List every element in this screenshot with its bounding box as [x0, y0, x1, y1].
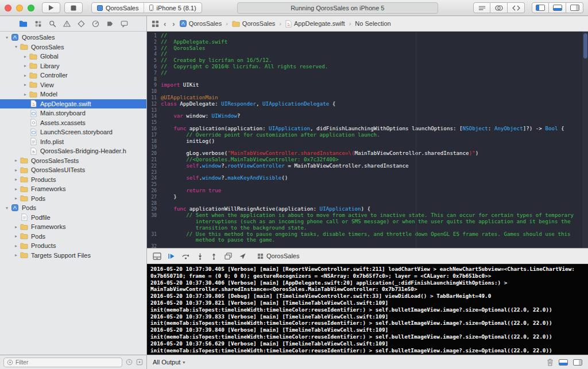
- go-back-button[interactable]: ‹: [162, 20, 168, 28]
- tree-item-library[interactable]: ▸Library: [0, 61, 146, 71]
- disclosure-triangle[interactable]: ▸: [13, 168, 20, 173]
- view-debugger-button[interactable]: [224, 253, 233, 260]
- step-over-button[interactable]: [181, 253, 190, 260]
- disclosure-triangle[interactable]: ▸: [13, 224, 20, 230]
- console-output[interactable]: 2016-05-20 10:37:30.405 [Verbose] [main]…: [147, 264, 588, 355]
- show-recent-files-button[interactable]: [126, 359, 133, 366]
- disclosure-triangle[interactable]: ▸: [13, 234, 20, 239]
- tree-item-frameworks[interactable]: ▸Frameworks: [0, 184, 146, 194]
- disclosure-triangle[interactable]: ▸: [22, 92, 29, 97]
- tree-item-qorossales[interactable]: ▾QorosSales: [0, 33, 146, 42]
- project-navigator-icon: [19, 20, 28, 28]
- location-button[interactable]: [239, 253, 246, 260]
- step-out-button[interactable]: [210, 253, 218, 260]
- tree-item-launchscreen-storyboard[interactable]: LaunchScreen.storyboard: [0, 127, 146, 137]
- tree-item-products[interactable]: ▸Products: [0, 175, 146, 185]
- hide-console-icon: [153, 253, 161, 260]
- hide-console-button[interactable]: [153, 253, 161, 260]
- line-number: 21: [147, 157, 161, 163]
- toolbar: QorosSales iPhone 5 (8.1) Running QorosS…: [0, 0, 588, 16]
- output-scope-dropdown[interactable]: All Output ▾: [153, 359, 185, 366]
- disclosure-triangle[interactable]: ▸: [13, 187, 20, 192]
- search-navigator-button[interactable]: [49, 20, 56, 28]
- symbol-navigator-button[interactable]: [34, 20, 42, 28]
- disclosure-triangle[interactable]: ▸: [22, 63, 29, 68]
- issue-navigator-button[interactable]: [63, 20, 71, 28]
- editor-scrollbar-thumb[interactable]: [583, 33, 587, 59]
- line-number: 24: [147, 175, 161, 181]
- minimize-window-button[interactable]: [16, 5, 23, 11]
- assistant-editor-button[interactable]: [490, 2, 508, 13]
- related-items-icon[interactable]: [152, 20, 159, 28]
- report-navigator-button[interactable]: [121, 20, 128, 28]
- tree-item-qorossalestests[interactable]: ▸QorosSalesTests: [0, 156, 146, 166]
- show-scm-status-button[interactable]: [136, 359, 143, 366]
- editor-scrollbar[interactable]: [582, 32, 588, 248]
- toggle-navigator-button[interactable]: [532, 2, 549, 13]
- debug-process-chip[interactable]: QorosSales: [257, 253, 299, 259]
- disclosure-triangle[interactable]: ▸: [22, 54, 29, 59]
- tree-item-info-plist[interactable]: Info.plist: [0, 137, 146, 147]
- filter-input[interactable]: [16, 359, 119, 366]
- project-icon: [11, 204, 18, 211]
- zoom-window-button[interactable]: [28, 5, 34, 11]
- tree-item-appdelegate-swift[interactable]: AppDelegate.swift: [0, 99, 146, 109]
- tree-item-qorossales-bridging-header-h[interactable]: hQorosSales-Bridging-Header.h: [0, 146, 146, 156]
- tree-item-frameworks[interactable]: ▸Frameworks: [0, 222, 146, 232]
- version-editor-button[interactable]: [508, 2, 525, 13]
- tree-item-targets-support-files[interactable]: ▸Targets Support Files: [0, 251, 146, 261]
- breakpoint-navigator-button[interactable]: [106, 20, 114, 28]
- tree-item-view[interactable]: ▸View: [0, 80, 146, 90]
- disclosure-triangle[interactable]: ▸: [22, 82, 29, 87]
- project-navigator-button[interactable]: [19, 20, 28, 28]
- source-editor[interactable]: 1//2// AppDelegate.swift3// QorosSales4/…: [147, 32, 588, 248]
- disclosure-triangle[interactable]: ▸: [13, 253, 20, 258]
- run-button[interactable]: [42, 2, 60, 13]
- tree-item-controller[interactable]: ▸Controller: [0, 71, 146, 80]
- continue-button[interactable]: [168, 253, 175, 260]
- tree-item-global[interactable]: ▸Global: [0, 52, 146, 61]
- close-window-button[interactable]: [5, 5, 11, 11]
- toggle-utilities-button[interactable]: [566, 2, 583, 13]
- tree-item-qorossales[interactable]: ▾QorosSales: [0, 42, 146, 52]
- tree-item-model[interactable]: ▸Model: [0, 90, 146, 99]
- toggle-console-pane-button[interactable]: [559, 359, 568, 366]
- disclosure-triangle[interactable]: ▾: [3, 35, 10, 40]
- clear-console-button[interactable]: [547, 358, 554, 366]
- disclosure-triangle[interactable]: ▾: [13, 44, 20, 49]
- go-forward-button[interactable]: ›: [171, 20, 176, 28]
- navigator-sidebar: ▾QorosSales▾QorosSales▸Global▸Library▸Co…: [0, 16, 147, 355]
- breadcrumb-item-qorossales[interactable]: QorosSales: [180, 20, 222, 27]
- tree-item-pods[interactable]: ▸Pods: [0, 194, 146, 204]
- breadcrumb-item-qorossales[interactable]: QorosSales: [232, 20, 275, 27]
- tree-item-label: Pods: [31, 195, 45, 202]
- test-navigator-button[interactable]: [78, 20, 85, 28]
- scheme-selector[interactable]: QorosSales iPhone 5 (8.1): [91, 2, 202, 13]
- toggle-debug-area-button[interactable]: [549, 2, 566, 13]
- breadcrumb-item-no-selection[interactable]: No Selection: [355, 20, 390, 27]
- disclosure-triangle[interactable]: ▸: [13, 196, 20, 201]
- step-into-button[interactable]: [196, 253, 204, 260]
- scheme-segment[interactable]: QorosSales: [92, 3, 144, 13]
- destination-segment[interactable]: iPhone 5 (8.1): [144, 3, 201, 13]
- disclosure-triangle[interactable]: ▸: [13, 177, 20, 182]
- code-text: // Copyright © 2016年 licrifan. All right…: [161, 64, 582, 70]
- tree-item-pods[interactable]: ▸Pods: [0, 232, 146, 242]
- stop-button[interactable]: [64, 2, 83, 13]
- disclosure-triangle[interactable]: ▸: [22, 73, 29, 78]
- filter-field[interactable]: [3, 358, 122, 367]
- disclosure-triangle[interactable]: ▸: [13, 243, 20, 248]
- tree-item-assets-xcassets[interactable]: Assets.xcassets: [0, 118, 146, 128]
- tree-item-qorossalesuitests[interactable]: ▸QorosSalesUITests: [0, 165, 146, 175]
- tree-item-pods[interactable]: ▾Pods: [0, 203, 146, 213]
- debug-navigator-button[interactable]: [92, 20, 99, 28]
- tree-item-products[interactable]: ▸Products: [0, 241, 146, 251]
- console-line: init(memoTab:isTopest:timelineWidth:time…: [150, 333, 585, 340]
- tree-item-main-storyboard[interactable]: Main.storyboard: [0, 108, 146, 118]
- disclosure-triangle[interactable]: ▸: [13, 158, 20, 163]
- disclosure-triangle[interactable]: ▾: [3, 205, 10, 211]
- breadcrumb-item-appdelegate-swift[interactable]: AppDelegate.swift: [285, 20, 345, 28]
- tree-item-podfile[interactable]: Podfile: [0, 213, 146, 223]
- toggle-variables-pane-button[interactable]: [573, 359, 582, 366]
- standard-editor-button[interactable]: [473, 2, 490, 13]
